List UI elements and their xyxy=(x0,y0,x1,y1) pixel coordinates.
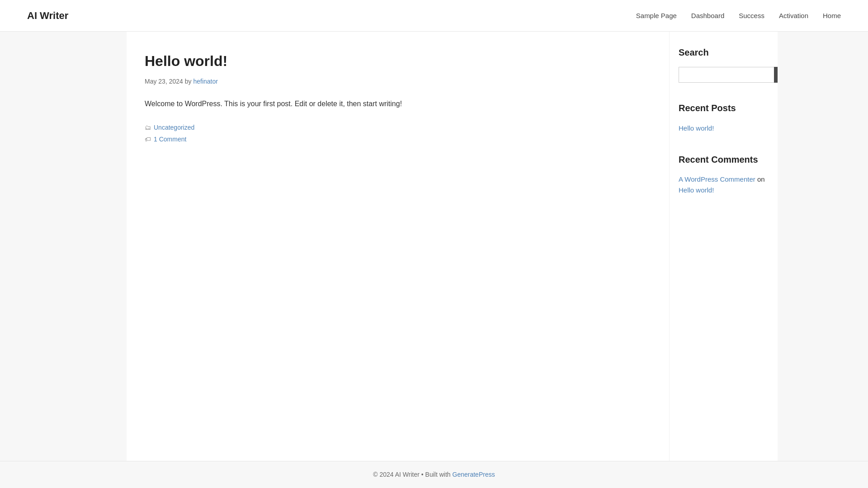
recent-post-link[interactable]: Hello world! xyxy=(679,124,714,132)
nav-dashboard[interactable]: Dashboard xyxy=(691,10,724,21)
footer-link[interactable]: GeneratePress xyxy=(453,471,495,478)
recent-posts-widget: Recent Posts Hello world! xyxy=(679,101,769,134)
recent-posts-list: Hello world! xyxy=(679,122,769,134)
main-content: Hello world! May 23, 2024 by hefinator W… xyxy=(127,32,669,461)
post-by: by xyxy=(185,78,193,85)
post-category-row: 🗂 Uncategorized xyxy=(145,122,651,132)
tag-icon: 🏷 xyxy=(145,134,151,144)
recent-comments-title: Recent Comments xyxy=(679,152,769,167)
post-comments-row: 🏷 1 Comment xyxy=(145,134,651,144)
post-category[interactable]: Uncategorized xyxy=(154,122,194,132)
right-spacer xyxy=(778,32,868,461)
post-footer: 🗂 Uncategorized 🏷 1 Comment xyxy=(145,122,651,145)
search-widget: Search Search xyxy=(679,45,769,83)
post-article: Hello world! May 23, 2024 by hefinator W… xyxy=(145,50,651,145)
nav-activation[interactable]: Activation xyxy=(779,10,808,21)
recent-comments-text: A WordPress Commenter on Hello world! xyxy=(679,174,769,196)
site-title[interactable]: AI Writer xyxy=(27,8,68,23)
post-content: Welcome to WordPress. This is your first… xyxy=(145,98,651,110)
main-nav: Sample Page Dashboard Success Activation… xyxy=(636,10,841,21)
commenter-link[interactable]: A WordPress Commenter xyxy=(679,175,755,183)
site-content-area: Hello world! May 23, 2024 by hefinator W… xyxy=(127,32,778,461)
full-layout: Hello world! May 23, 2024 by hefinator W… xyxy=(0,32,868,461)
recent-comments-widget: Recent Comments A WordPress Commenter on… xyxy=(679,152,769,196)
search-form: Search xyxy=(679,67,769,83)
post-title: Hello world! xyxy=(145,50,651,73)
recent-post-item: Hello world! xyxy=(679,122,769,134)
search-widget-title: Search xyxy=(679,45,769,60)
post-meta: May 23, 2024 by hefinator xyxy=(145,76,651,86)
nav-sample-page[interactable]: Sample Page xyxy=(636,10,677,21)
post-comment-count[interactable]: 1 Comment xyxy=(154,134,186,144)
recent-posts-title: Recent Posts xyxy=(679,101,769,115)
footer-copyright: © 2024 AI Writer • Built with xyxy=(373,471,450,478)
search-input[interactable] xyxy=(679,67,774,83)
right-sidebar: Search Search Recent Posts Hello world! … xyxy=(669,32,778,461)
nav-home[interactable]: Home xyxy=(823,10,841,21)
nav-success[interactable]: Success xyxy=(739,10,764,21)
on-text: on xyxy=(757,175,765,183)
folder-icon: 🗂 xyxy=(145,122,151,132)
post-author[interactable]: hefinator xyxy=(193,78,217,85)
left-sidebar xyxy=(0,32,127,461)
site-header: AI Writer Sample Page Dashboard Success … xyxy=(0,0,868,32)
commented-post-link[interactable]: Hello world! xyxy=(679,186,714,194)
site-footer: © 2024 AI Writer • Built with GeneratePr… xyxy=(0,461,868,488)
post-date: May 23, 2024 xyxy=(145,78,183,85)
